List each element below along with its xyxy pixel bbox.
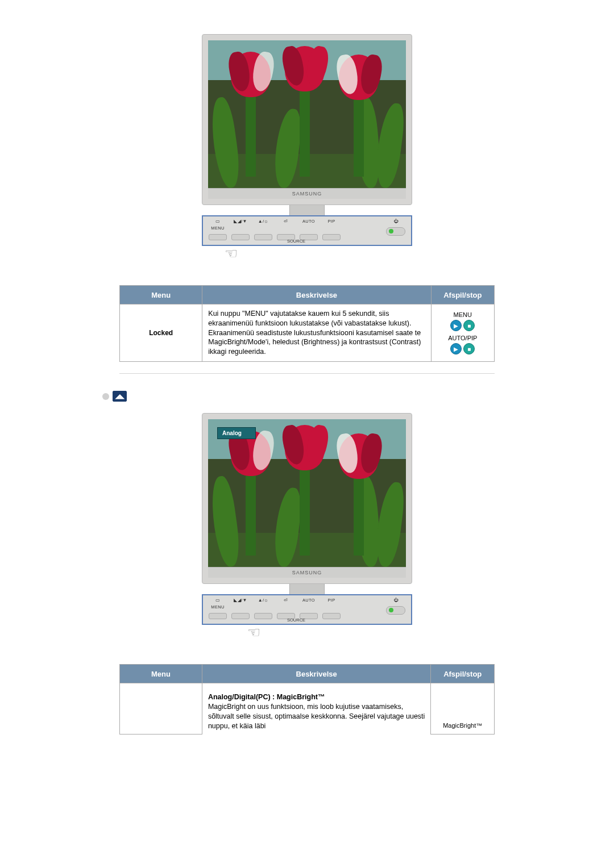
monitor-illustration-1: SAMSUNG ▭MENU ◣◢/▼ ▲/☼ ⏎ AUTO PIP ⏻ SOUR… — [202, 34, 412, 262]
th-description: Beskrivelse — [202, 665, 431, 683]
th-playstop: Afspil/stop — [431, 286, 494, 304]
monitor-brand: SAMSUNG — [208, 567, 406, 578]
monitor-frame: SAMSUNG — [202, 34, 412, 205]
pip-button[interactable] — [322, 234, 341, 240]
auto-btn-label: AUTO — [302, 219, 315, 224]
menu-button[interactable] — [209, 613, 227, 619]
monitor-button-row: ▭MENU ◣◢/▼ ▲/☼ ⏎ AUTO PIP ⏻ SOURCE — [202, 594, 412, 625]
monitor-screen — [208, 40, 406, 188]
brightness-button[interactable] — [254, 613, 272, 619]
pip-btn-label: PIP — [328, 219, 335, 224]
section-marker: ◢◣ — [102, 391, 563, 402]
pip-button[interactable] — [322, 613, 341, 619]
analog-overlay: Analog — [217, 427, 256, 439]
brightness-button[interactable] — [254, 234, 272, 240]
power-button[interactable] — [386, 606, 405, 615]
table2-play: MagicBright™ — [431, 683, 495, 735]
th-menu: Menu — [120, 665, 202, 683]
monitor-button-row: ▭MENU ◣◢/▼ ▲/☼ ⏎ AUTO PIP ⏻ SOURCE — [202, 215, 412, 246]
pointer-hand-icon: ☜ — [202, 624, 412, 641]
mode-button[interactable] — [231, 234, 250, 240]
table2-menu — [120, 683, 202, 735]
menu-btn-label: MENU — [211, 226, 224, 231]
mode-button[interactable] — [231, 613, 250, 619]
description-table-2: Menu Beskrivelse Afspil/stop Analog/Digi… — [119, 664, 495, 735]
table1-description: Kui nuppu "MENU" vajutatakse kauem kui 5… — [202, 304, 431, 362]
stop-icon[interactable]: ■ — [463, 320, 475, 331]
table1-menu: Locked — [120, 304, 202, 362]
stop-icon[interactable]: ■ — [463, 343, 475, 354]
table2-description: Analog/Digital(PC) : MagicBright™ MagicB… — [202, 683, 431, 735]
monitor-screen: Analog — [208, 419, 406, 567]
table2-desc-title: Analog/Digital(PC) : MagicBright™ — [208, 693, 325, 701]
bullet-icon — [102, 393, 109, 400]
menu-button[interactable] — [209, 234, 227, 240]
power-button[interactable] — [386, 227, 405, 236]
play-label-autopip: AUTO/PIP — [437, 335, 488, 341]
mode-icon: ◢◣ — [113, 391, 127, 402]
monitor-frame: Analog SAMSUNG — [202, 413, 412, 584]
play-label-magicbright: MagicBright™ — [437, 722, 488, 729]
monitor-illustration-2: Analog SAMSUNG ▭MENU ◣◢/▼ ▲/☼ ⏎ AUTO PIP… — [202, 413, 412, 641]
monitor-brand: SAMSUNG — [208, 188, 406, 199]
table1-play: MENU ▶ ■ AUTO/PIP ▶ ■ — [431, 304, 494, 362]
play-icon[interactable]: ▶ — [450, 320, 462, 331]
play-label-menu: MENU — [437, 311, 488, 318]
th-playstop: Afspil/stop — [431, 665, 495, 683]
pointer-hand-icon: ☜ — [202, 245, 412, 262]
table2-desc-body: MagicBright on uus funktsioon, mis loob … — [208, 703, 425, 730]
play-icon[interactable]: ▶ — [450, 343, 462, 354]
th-description: Beskrivelse — [202, 286, 431, 304]
description-table-1: Menu Beskrivelse Afspil/stop Locked Kui … — [119, 285, 495, 362]
th-menu: Menu — [120, 286, 202, 304]
source-label: SOURCE — [287, 239, 305, 244]
divider — [119, 373, 495, 374]
